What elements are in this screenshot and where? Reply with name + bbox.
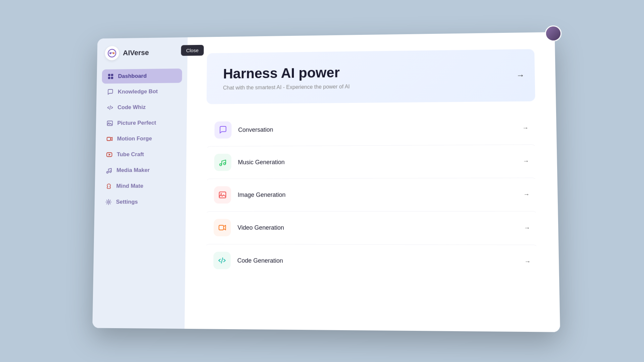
feature-name: Code Generation bbox=[237, 257, 283, 264]
sidebar-item-label: Knowledge Bot bbox=[118, 88, 158, 95]
hero-subtitle: Chat with the smartest AI - Experience t… bbox=[223, 84, 350, 91]
svg-rect-6 bbox=[111, 77, 113, 79]
features-list: Conversation → Music Generation → bbox=[205, 111, 538, 279]
sidebar-item-label: Code Whiz bbox=[117, 104, 146, 111]
svg-point-13 bbox=[107, 172, 108, 173]
svg-point-15 bbox=[108, 201, 110, 203]
sidebar-item-label: Picture Perfect bbox=[117, 120, 156, 126]
feature-card-code[interactable]: Code Generation → bbox=[205, 244, 538, 279]
code-gen-icon-wrap bbox=[213, 252, 231, 269]
music-icon bbox=[105, 167, 113, 174]
feature-name: Image Generation bbox=[238, 191, 286, 198]
svg-rect-3 bbox=[108, 74, 110, 76]
feature-arrow-icon: → bbox=[523, 158, 529, 165]
svg-rect-5 bbox=[108, 77, 110, 79]
image-icon bbox=[106, 120, 113, 127]
music-gen-icon-wrap bbox=[214, 154, 231, 171]
svg-rect-4 bbox=[111, 74, 113, 76]
hero-section[interactable]: Harness AI power Chat with the smartest … bbox=[207, 49, 535, 104]
sidebar-item-code-whiz[interactable]: Code Whiz bbox=[101, 100, 182, 115]
image-gen-icon-wrap bbox=[214, 186, 231, 204]
feature-arrow-icon: → bbox=[523, 191, 530, 198]
sidebar: AIVerse Close Dashboard bbox=[92, 37, 187, 329]
grid-icon bbox=[107, 73, 114, 80]
sidebar-item-settings[interactable]: Settings bbox=[100, 195, 181, 209]
close-button[interactable]: Close bbox=[181, 45, 204, 56]
svg-line-7 bbox=[110, 106, 110, 110]
sidebar-item-label: Dashboard bbox=[118, 73, 147, 79]
svg-point-19 bbox=[221, 193, 222, 195]
chat-icon bbox=[107, 89, 114, 96]
svg-rect-8 bbox=[107, 121, 113, 126]
video-icon bbox=[106, 136, 113, 142]
video-gen-icon-wrap bbox=[214, 219, 231, 236]
sidebar-item-picture-perfect[interactable]: Picture Perfect bbox=[101, 116, 181, 131]
sidebar-header: AIVerse bbox=[97, 45, 187, 67]
code-icon bbox=[107, 104, 114, 111]
sidebar-item-dashboard[interactable]: Dashboard bbox=[102, 68, 182, 83]
feature-arrow-icon: → bbox=[522, 124, 529, 131]
window-frame: AIVerse Close Dashboard bbox=[92, 32, 560, 332]
sidebar-item-label: Settings bbox=[116, 199, 138, 205]
feature-card-image[interactable]: Image Generation → bbox=[206, 178, 537, 211]
sidebar-item-knowledge-bot[interactable]: Knowledge Bot bbox=[102, 84, 182, 99]
hero-arrow-icon: → bbox=[516, 70, 525, 80]
svg-point-1 bbox=[109, 52, 111, 54]
app-window: AIVerse Close Dashboard bbox=[92, 32, 560, 332]
feature-name: Music Generation bbox=[238, 159, 284, 166]
feature-name: Video Generation bbox=[237, 224, 284, 231]
svg-point-2 bbox=[113, 52, 115, 54]
svg-rect-20 bbox=[219, 225, 224, 230]
main-content: Harness AI power Chat with the smartest … bbox=[184, 32, 560, 332]
svg-line-21 bbox=[221, 258, 223, 263]
svg-point-16 bbox=[220, 164, 222, 166]
sidebar-item-label: Motion Forge bbox=[117, 135, 152, 142]
youtube-icon bbox=[106, 152, 113, 158]
svg-point-9 bbox=[108, 122, 109, 123]
feature-card-video[interactable]: Video Generation → bbox=[205, 211, 538, 245]
conversation-icon-wrap bbox=[214, 121, 231, 138]
feature-card-music[interactable]: Music Generation → bbox=[206, 144, 537, 179]
logo-icon bbox=[105, 46, 119, 60]
hero-title: Harness AI power bbox=[223, 65, 340, 82]
feature-card-conversation[interactable]: Conversation → bbox=[206, 111, 536, 146]
svg-marker-12 bbox=[109, 154, 111, 156]
feature-arrow-icon: → bbox=[524, 258, 531, 265]
gear-icon bbox=[105, 199, 112, 205]
svg-point-14 bbox=[110, 171, 111, 173]
sidebar-item-motion-forge[interactable]: Motion Forge bbox=[101, 131, 181, 146]
svg-rect-10 bbox=[107, 137, 111, 141]
brain-icon bbox=[105, 183, 113, 190]
sidebar-item-media-maker[interactable]: Media Maker bbox=[100, 163, 181, 178]
feature-name: Conversation bbox=[238, 126, 273, 133]
sidebar-item-label: Media Maker bbox=[116, 167, 150, 174]
sidebar-item-label: Mind Mate bbox=[116, 183, 143, 189]
svg-point-0 bbox=[108, 49, 116, 57]
svg-point-17 bbox=[224, 163, 226, 165]
sidebar-item-mind-mate[interactable]: Mind Mate bbox=[100, 179, 181, 193]
feature-arrow-icon: → bbox=[524, 224, 530, 231]
svg-rect-18 bbox=[219, 192, 226, 198]
sidebar-item-label: Tube Craft bbox=[117, 151, 144, 158]
sidebar-item-tube-craft[interactable]: Tube Craft bbox=[101, 147, 181, 162]
nav-list: Dashboard Knowledge Bot bbox=[95, 66, 187, 212]
brand-name: AIVerse bbox=[123, 49, 149, 57]
